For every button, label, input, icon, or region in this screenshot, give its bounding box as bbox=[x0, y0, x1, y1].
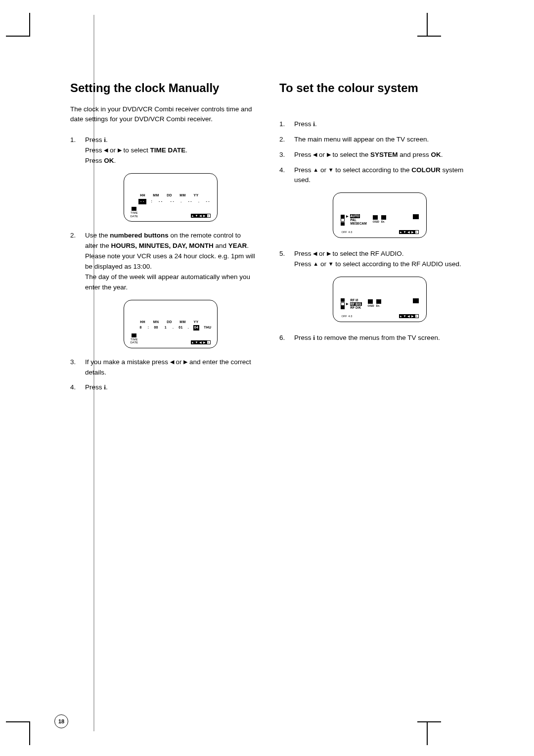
text: or bbox=[317, 151, 327, 158]
nav-right-icon: ▶ bbox=[203, 340, 207, 344]
colour-step-4: Press ▲ or ▼ to select according to the … bbox=[279, 165, 465, 238]
hdr-yy: YY bbox=[192, 193, 201, 198]
menu-icon bbox=[341, 298, 345, 302]
hdr-yy: YY bbox=[192, 320, 201, 325]
crop-mark bbox=[427, 13, 428, 37]
nav-left-icon: ◀ bbox=[199, 340, 203, 344]
text: . bbox=[315, 120, 317, 128]
heading-setting-clock: Setting the clock Manually bbox=[70, 81, 256, 95]
hdr-mm: MM bbox=[178, 320, 187, 325]
hdr-hh: HH bbox=[138, 320, 147, 325]
sep: . bbox=[180, 199, 182, 204]
val-day: THU bbox=[204, 325, 211, 331]
crop-mark bbox=[427, 721, 428, 745]
colour-step-2: The main menu will appear on the TV scre… bbox=[279, 135, 465, 145]
ratio-icon bbox=[413, 298, 419, 303]
osd-clock-blank: HH MM DD MM YY - - : - - - - . - - bbox=[124, 173, 218, 222]
osd-mid-icons: OSD Dr. bbox=[365, 298, 381, 309]
clock-intro: The clock in your DVD/VCR Combi receiver… bbox=[70, 104, 256, 125]
osd-icon bbox=[373, 215, 378, 220]
text: to select bbox=[122, 146, 150, 154]
text: to select according to the bbox=[334, 166, 412, 174]
up-arrow-icon: ▲ bbox=[313, 260, 318, 268]
text: or bbox=[174, 358, 184, 366]
clock-step-3: If you make a mistake press ◀ or ▶ and e… bbox=[70, 357, 256, 378]
crop-mark bbox=[417, 721, 441, 722]
sep: . bbox=[173, 325, 174, 331]
sep: : bbox=[148, 325, 149, 331]
val-dd: 1 bbox=[163, 325, 168, 331]
nav-left-icon: ◀ bbox=[199, 214, 203, 218]
text: Press bbox=[85, 157, 104, 164]
colour-step-5: Press ◀ or ▶ to select the RF AUDIO. Pre… bbox=[279, 249, 465, 322]
clock-step-2: Use the numbered buttons on the remote c… bbox=[70, 231, 256, 348]
nav-i-icon: i bbox=[207, 340, 211, 344]
clock-header-row: HH MM DD MM YY bbox=[130, 193, 212, 198]
text: Press bbox=[85, 383, 104, 391]
osd-system-colour: ▶AUTO PAL MESECAM OSD Dr. OFF 4:3 bbox=[333, 192, 427, 238]
text: to select according to the RF AUDIO used… bbox=[334, 260, 461, 268]
nav-keys: ▲ ▼ ◀ ▶ i bbox=[191, 214, 211, 218]
osd-left-list: RF I/I ▶RF B/G RF D/K bbox=[341, 298, 362, 309]
right-arrow-icon: ▶ bbox=[327, 150, 331, 159]
text: . bbox=[114, 157, 116, 164]
bold-numbered-buttons: numbered buttons bbox=[110, 232, 169, 239]
time-date-icon: TIME DATE bbox=[131, 333, 138, 344]
up-arrow-icon: ▲ bbox=[313, 166, 318, 174]
text: Press bbox=[294, 166, 313, 174]
text: . bbox=[441, 151, 443, 158]
text: to remove the menus from the TV screen. bbox=[315, 334, 440, 341]
hdr-dd: DD bbox=[165, 193, 174, 198]
left-arrow-icon: ◀ bbox=[104, 146, 108, 154]
nav-down-icon: ▼ bbox=[403, 230, 407, 234]
text: Press bbox=[294, 260, 313, 268]
item-auto: AUTO bbox=[350, 214, 360, 218]
hdr-mm2: MM bbox=[178, 193, 187, 198]
osd-left-list: ▶AUTO PAL MESECAM bbox=[341, 214, 367, 225]
nav-down-icon: ▼ bbox=[403, 314, 407, 318]
val-mm2: - - bbox=[186, 199, 194, 204]
menu-icon bbox=[341, 302, 345, 306]
item-rf-dk: RF D/K bbox=[351, 306, 361, 309]
clock-steps: Press i. Press ◀ or ▶ to select TIME DAT… bbox=[70, 135, 256, 393]
clock-value-row: 8 : 00 1 . 01 . 04 THU bbox=[130, 325, 212, 331]
lbl-osd: OSD bbox=[368, 304, 374, 308]
osd-right-icon bbox=[413, 214, 419, 225]
note-24h: Please note your VCR uses a 24 hour cloc… bbox=[85, 252, 255, 270]
page-number: 18 bbox=[54, 714, 68, 728]
text: Press bbox=[294, 120, 313, 128]
menu-icon bbox=[341, 306, 345, 309]
crop-mark bbox=[6, 36, 30, 37]
hdr-mm: MM bbox=[152, 193, 161, 198]
nav-right-icon: ▶ bbox=[411, 314, 415, 318]
text: . bbox=[247, 242, 249, 249]
clock-header-row: HH MN DD MM YY bbox=[130, 320, 212, 325]
text: . bbox=[106, 136, 108, 143]
note-day-auto: The day of the week will appear automati… bbox=[85, 273, 250, 291]
text: Press bbox=[294, 151, 313, 158]
osd-system-rf: RF I/I ▶RF B/G RF D/K OSD Dr. OFF 4:3 bbox=[333, 277, 427, 322]
osd-grid: RF I/I ▶RF B/G RF D/K OSD Dr. bbox=[341, 298, 419, 309]
nav-up-icon: ▲ bbox=[191, 340, 195, 344]
val-hh: 8 bbox=[138, 325, 143, 331]
osd-content: HH MM DD MM YY - - : - - - - . - - bbox=[130, 193, 212, 204]
sep: : bbox=[151, 199, 152, 204]
clock-step-1: Press i. Press ◀ or ▶ to select TIME DAT… bbox=[70, 135, 256, 222]
val-mn: 00 bbox=[153, 325, 158, 331]
dr-icon bbox=[376, 299, 381, 304]
foot-43: 4:3 bbox=[349, 315, 353, 318]
text: Use the bbox=[85, 232, 110, 239]
nav-keys: ▲ ▼ ◀ ▶ i bbox=[399, 314, 419, 318]
bold-year: YEAR bbox=[228, 242, 247, 249]
val-yy: 04 bbox=[193, 325, 199, 331]
colour-step-3: Press ◀ or ▶ to select the SYSTEM and pr… bbox=[279, 150, 465, 160]
bold-system: SYSTEM bbox=[370, 151, 398, 158]
foot-43: 4:3 bbox=[349, 231, 353, 234]
nav-i-icon: i bbox=[415, 230, 419, 234]
nav-down-icon: ▼ bbox=[195, 340, 199, 344]
text: Press bbox=[294, 250, 313, 257]
osd-clock-filled: HH MN DD MM YY 8 : 00 1 . 01 bbox=[124, 300, 218, 348]
text: If you make a mistake press bbox=[85, 358, 170, 366]
crop-mark bbox=[6, 721, 30, 722]
left-arrow-icon: ◀ bbox=[313, 249, 317, 258]
